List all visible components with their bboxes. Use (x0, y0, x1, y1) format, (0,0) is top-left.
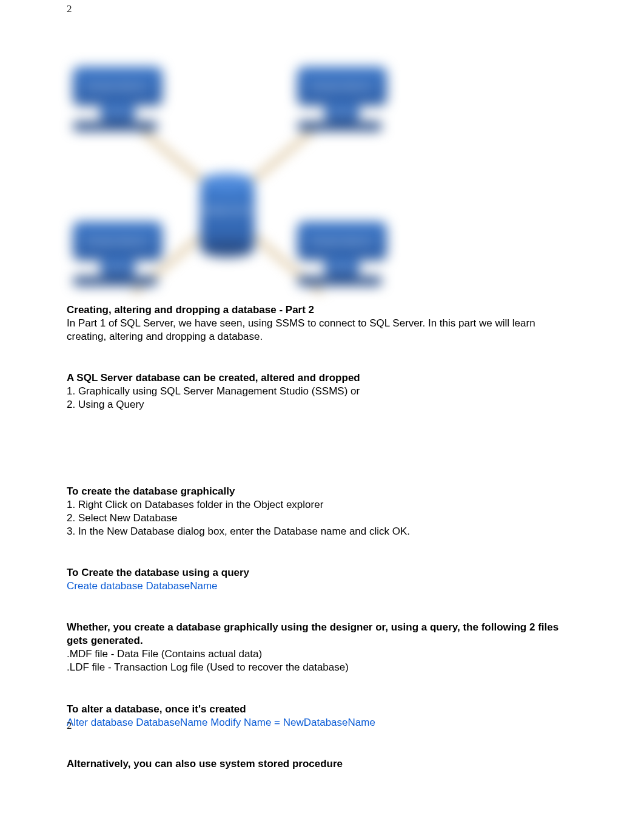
diagram-node-label: Developer Machine 3 (86, 237, 149, 245)
diagram-ssms-tr: SSMS (324, 104, 360, 121)
paragraph-intro: In Part 1 of SQL Server, we have seen, u… (67, 317, 577, 343)
heading-files-generated: Whether, you create a database graphical… (67, 621, 577, 647)
page-number-top: 2 (67, 3, 72, 15)
diagram-node-tr: Developer Machine 2 (297, 67, 387, 106)
heading-create-alter-drop: A SQL Server database can be created, al… (67, 371, 577, 385)
list-item: 1. Graphically using SQL Server Manageme… (67, 385, 577, 398)
list-item: 2. Select New Database (67, 512, 577, 525)
diagram-ssms-br: SSMS (324, 259, 360, 276)
diagram-node-tl: Developer Machine 1 (73, 67, 163, 106)
connector-line (132, 122, 209, 187)
heading-alter-database: To alter a database, once it's created (67, 703, 577, 716)
diagram-node-br: Developer Machine 4 (297, 221, 387, 260)
heading-stored-procedure: Alternatively, you can also use system s… (67, 757, 577, 771)
diagram-center-label: Database Server (200, 206, 255, 214)
list-item: 1. Right Click on Databases folder in th… (67, 498, 577, 512)
diagram-node-label: Developer Machine 4 (310, 237, 374, 245)
paragraph-ldf: .LDF file - Transaction Log file (Used t… (67, 661, 577, 674)
sql-alter-database: Alter database DatabaseName Modify Name … (67, 716, 577, 729)
diagram-cap-bl (73, 276, 158, 286)
document-body: Creating, altering and dropping a databa… (67, 303, 577, 771)
architecture-diagram: Developer Machine 1 SSMS Developer Machi… (67, 61, 388, 291)
heading-part-2: Creating, altering and dropping a databa… (67, 303, 577, 317)
diagram-node-label: Developer Machine 2 (310, 83, 374, 90)
diagram-container: Developer Machine 1 SSMS Developer Machi… (67, 0, 577, 303)
page-number-bottom: 2 (67, 720, 72, 732)
sql-create-database: Create database DatabaseName (67, 580, 577, 593)
diagram-ssms-label: SSMS (334, 265, 350, 271)
list-item: 3. In the New Database dialog box, enter… (67, 525, 577, 538)
diagram-cap-tl (73, 121, 158, 131)
document-page: 2 Developer Machine 1 SSMS Developer Mac… (0, 0, 644, 835)
paragraph-mdf: .MDF file - Data File (Contains actual d… (67, 647, 577, 661)
connector-line (246, 122, 323, 187)
diagram-ssms-label: SSMS (334, 110, 350, 116)
diagram-ssms-label: SSMS (110, 110, 126, 116)
diagram-node-label: Developer Machine 1 (86, 83, 149, 90)
diagram-database-cylinder: Database Server (200, 182, 255, 249)
diagram-node-bl: Developer Machine 3 (73, 221, 163, 260)
diagram-ssms-bl: SSMS (100, 259, 135, 276)
diagram-cap-br (297, 276, 382, 286)
diagram-ssms-tl: SSMS (100, 104, 135, 121)
diagram-ssms-label: SSMS (110, 265, 126, 271)
diagram-cap-tr (297, 121, 382, 131)
heading-create-graphically: To create the database graphically (67, 485, 577, 498)
heading-create-query: To Create the database using a query (67, 566, 577, 580)
list-item: 2. Using a Query (67, 398, 577, 411)
